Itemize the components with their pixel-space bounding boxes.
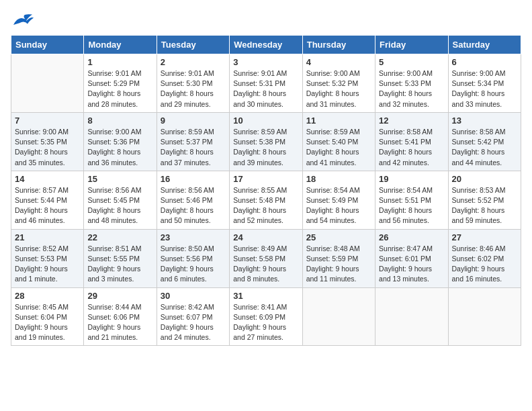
day-cell: 31Sunrise: 8:41 AMSunset: 6:09 PMDayligh… [230,287,302,346]
day-cell: 11Sunrise: 8:59 AMSunset: 5:40 PMDayligh… [302,112,375,171]
day-header-sunday: Sunday [11,36,84,54]
day-info: Sunrise: 8:42 AMSunset: 6:07 PMDaylight:… [161,302,226,343]
day-cell [375,287,448,346]
day-info: Sunrise: 8:56 AMSunset: 5:46 PMDaylight:… [161,185,226,226]
day-number: 28 [15,291,80,301]
day-info: Sunrise: 8:55 AMSunset: 5:48 PMDaylight:… [233,185,298,226]
day-cell: 13Sunrise: 8:58 AMSunset: 5:42 PMDayligh… [448,112,521,171]
day-cell: 21Sunrise: 8:52 AMSunset: 5:53 PMDayligh… [11,229,84,287]
day-info: Sunrise: 8:54 AMSunset: 5:49 PMDaylight:… [306,185,371,226]
day-number: 13 [452,116,517,126]
day-info: Sunrise: 8:52 AMSunset: 5:53 PMDaylight:… [15,244,80,285]
day-info: Sunrise: 8:45 AMSunset: 6:04 PMDaylight:… [15,302,80,343]
day-number: 11 [306,116,371,126]
day-header-saturday: Saturday [448,36,521,54]
day-cell: 12Sunrise: 8:58 AMSunset: 5:41 PMDayligh… [375,112,448,171]
day-cell: 29Sunrise: 8:44 AMSunset: 6:06 PMDayligh… [84,287,157,346]
day-info: Sunrise: 8:54 AMSunset: 5:51 PMDaylight:… [379,185,444,226]
week-row-4: 21Sunrise: 8:52 AMSunset: 5:53 PMDayligh… [11,229,521,287]
day-info: Sunrise: 9:01 AMSunset: 5:30 PMDaylight:… [161,68,226,109]
day-cell: 15Sunrise: 8:56 AMSunset: 5:45 PMDayligh… [84,171,157,229]
day-number: 21 [15,232,80,242]
day-cell [302,287,375,346]
day-number: 4 [306,57,371,67]
day-cell: 24Sunrise: 8:49 AMSunset: 5:58 PMDayligh… [230,229,302,287]
day-header-monday: Monday [84,36,157,54]
day-info: Sunrise: 9:00 AMSunset: 5:35 PMDaylight:… [15,127,80,168]
day-header-wednesday: Wednesday [230,36,302,54]
day-info: Sunrise: 9:00 AMSunset: 5:32 PMDaylight:… [306,68,371,109]
day-info: Sunrise: 8:41 AMSunset: 6:09 PMDaylight:… [233,302,298,343]
day-header-thursday: Thursday [302,36,375,54]
day-number: 5 [379,57,444,67]
page-header [11,11,521,30]
week-row-5: 28Sunrise: 8:45 AMSunset: 6:04 PMDayligh… [11,287,521,346]
day-number: 22 [87,232,152,242]
day-number: 1 [87,57,152,67]
day-number: 8 [87,116,152,126]
day-number: 25 [306,232,371,242]
day-cell: 30Sunrise: 8:42 AMSunset: 6:07 PMDayligh… [157,287,229,346]
day-info: Sunrise: 8:59 AMSunset: 5:37 PMDaylight:… [161,127,226,168]
day-cell: 19Sunrise: 8:54 AMSunset: 5:51 PMDayligh… [375,171,448,229]
day-number: 7 [15,116,80,126]
day-cell: 16Sunrise: 8:56 AMSunset: 5:46 PMDayligh… [157,171,229,229]
week-row-1: 1Sunrise: 9:01 AMSunset: 5:29 PMDaylight… [11,54,521,113]
day-number: 15 [87,174,152,184]
calendar-table: SundayMondayTuesdayWednesdayThursdayFrid… [11,35,521,346]
day-info: Sunrise: 8:59 AMSunset: 5:40 PMDaylight:… [306,127,371,168]
day-number: 30 [161,291,226,301]
header-row: SundayMondayTuesdayWednesdayThursdayFrid… [11,36,521,54]
day-info: Sunrise: 9:00 AMSunset: 5:34 PMDaylight:… [452,68,517,109]
day-number: 26 [379,232,444,242]
day-number: 10 [233,116,298,126]
day-number: 27 [452,232,517,242]
week-row-3: 14Sunrise: 8:57 AMSunset: 5:44 PMDayligh… [11,171,521,229]
day-cell: 8Sunrise: 9:00 AMSunset: 5:36 PMDaylight… [84,112,157,171]
day-cell: 1Sunrise: 9:01 AMSunset: 5:29 PMDaylight… [84,54,157,113]
day-info: Sunrise: 8:59 AMSunset: 5:38 PMDaylight:… [233,127,298,168]
day-cell: 5Sunrise: 9:00 AMSunset: 5:33 PMDaylight… [375,54,448,113]
day-cell: 26Sunrise: 8:47 AMSunset: 6:01 PMDayligh… [375,229,448,287]
week-row-2: 7Sunrise: 9:00 AMSunset: 5:35 PMDaylight… [11,112,521,171]
day-cell: 17Sunrise: 8:55 AMSunset: 5:48 PMDayligh… [230,171,302,229]
day-number: 12 [379,116,444,126]
day-number: 20 [452,174,517,184]
day-info: Sunrise: 8:56 AMSunset: 5:45 PMDaylight:… [87,185,152,226]
day-cell: 3Sunrise: 9:01 AMSunset: 5:31 PMDaylight… [230,54,302,113]
day-info: Sunrise: 9:01 AMSunset: 5:31 PMDaylight:… [233,68,298,109]
day-number: 9 [161,116,226,126]
day-cell: 20Sunrise: 8:53 AMSunset: 5:52 PMDayligh… [448,171,521,229]
day-number: 17 [233,174,298,184]
day-info: Sunrise: 8:58 AMSunset: 5:42 PMDaylight:… [452,127,517,168]
day-cell: 4Sunrise: 9:00 AMSunset: 5:32 PMDaylight… [302,54,375,113]
day-cell: 7Sunrise: 9:00 AMSunset: 5:35 PMDaylight… [11,112,84,171]
day-number: 6 [452,57,517,67]
day-cell [11,54,84,113]
day-info: Sunrise: 8:53 AMSunset: 5:52 PMDaylight:… [452,185,517,226]
day-cell: 25Sunrise: 8:48 AMSunset: 5:59 PMDayligh… [302,229,375,287]
day-info: Sunrise: 8:46 AMSunset: 6:02 PMDaylight:… [452,244,517,285]
day-header-tuesday: Tuesday [157,36,229,54]
day-number: 3 [233,57,298,67]
day-info: Sunrise: 9:00 AMSunset: 5:33 PMDaylight:… [379,68,444,109]
day-number: 29 [87,291,152,301]
day-cell: 14Sunrise: 8:57 AMSunset: 5:44 PMDayligh… [11,171,84,229]
day-cell: 10Sunrise: 8:59 AMSunset: 5:38 PMDayligh… [230,112,302,171]
day-info: Sunrise: 8:44 AMSunset: 6:06 PMDaylight:… [87,302,152,343]
day-number: 2 [161,57,226,67]
day-cell: 28Sunrise: 8:45 AMSunset: 6:04 PMDayligh… [11,287,84,346]
day-cell [448,287,521,346]
day-info: Sunrise: 8:51 AMSunset: 5:55 PMDaylight:… [87,244,152,285]
day-cell: 18Sunrise: 8:54 AMSunset: 5:49 PMDayligh… [302,171,375,229]
day-info: Sunrise: 8:57 AMSunset: 5:44 PMDaylight:… [15,185,80,226]
day-cell: 23Sunrise: 8:50 AMSunset: 5:56 PMDayligh… [157,229,229,287]
day-info: Sunrise: 8:58 AMSunset: 5:41 PMDaylight:… [379,127,444,168]
day-cell: 2Sunrise: 9:01 AMSunset: 5:30 PMDaylight… [157,54,229,113]
day-cell: 6Sunrise: 9:00 AMSunset: 5:34 PMDaylight… [448,54,521,113]
day-number: 23 [161,232,226,242]
day-info: Sunrise: 9:00 AMSunset: 5:36 PMDaylight:… [87,127,152,168]
logo [11,11,38,30]
logo-icon [11,11,35,30]
day-cell: 9Sunrise: 8:59 AMSunset: 5:37 PMDaylight… [157,112,229,171]
